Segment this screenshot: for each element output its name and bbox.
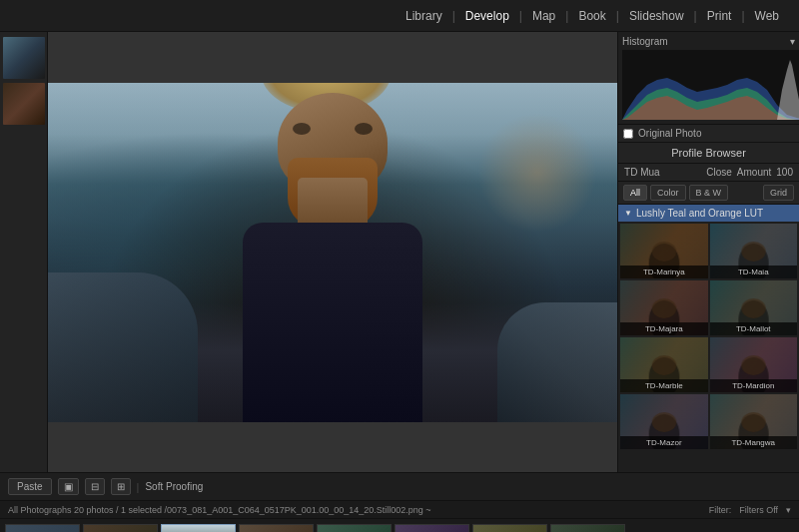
profile-item-2[interactable]: TD-Maia	[710, 224, 797, 278]
profile-item-3[interactable]: TD-Majara	[620, 280, 707, 335]
grid-view-icon: ⊞	[117, 481, 125, 492]
figure-overlay	[183, 103, 482, 422]
nav-menu: Library | Develop | Map | Book | Slidesh…	[396, 5, 789, 27]
filter-dropdown-icon[interactable]: ▾	[786, 505, 791, 515]
top-navigation-bar: Library | Develop | Map | Book | Slidesh…	[0, 0, 799, 32]
compare-icon: ⊟	[91, 481, 99, 492]
amount-value: 100	[776, 167, 793, 178]
profile-label-8: TD-Mangwa	[710, 436, 797, 449]
soft-proofing-label: Soft Proofing	[145, 481, 203, 492]
profile-label-1: TD-Marinya	[620, 266, 707, 278]
eye-left	[293, 123, 311, 135]
bottom-toolbar: Paste ▣ ⊟ ⊞ | Soft Proofing	[0, 472, 799, 500]
profile-label-6: TD-Mardion	[710, 379, 797, 392]
profile-item-1[interactable]: TD-Marinya	[620, 224, 707, 278]
filter-label: Filter:	[709, 505, 732, 515]
group-arrow-icon: ▼	[624, 209, 632, 218]
left-thumbnail-1[interactable]	[3, 37, 45, 79]
nav-library[interactable]: Library	[396, 5, 452, 27]
profile-tabs-row: All Color B & W Grid	[618, 182, 799, 205]
filmstrip-thumb-1[interactable]	[5, 524, 80, 533]
profile-group-label: Lushly Teal and Orange LUT	[636, 208, 763, 219]
center-photo-area	[48, 32, 617, 472]
td-mua-label: TD Mua	[624, 167, 660, 178]
nav-develop[interactable]: Develop	[455, 5, 519, 27]
profiles-section: ▼ Lushly Teal and Orange LUT TD-Marinya …	[618, 205, 799, 472]
nav-book[interactable]: Book	[568, 5, 615, 27]
status-bar: All Photographs 20 photos / 1 selected /…	[0, 500, 799, 518]
profile-browser-header: Profile Browser	[618, 143, 799, 164]
nav-print[interactable]: Print	[697, 5, 742, 27]
tab-all[interactable]: All	[623, 185, 647, 201]
profile-group-header[interactable]: ▼ Lushly Teal and Orange LUT	[618, 205, 799, 222]
nav-slideshow[interactable]: Slideshow	[619, 5, 694, 27]
left-thumbnail-2[interactable]	[3, 83, 45, 125]
main-layout: Histogram ▾ Original Photo	[0, 32, 799, 472]
filmstrip-thumb-2[interactable]	[83, 524, 158, 533]
original-photo-label: Original Photo	[638, 128, 701, 139]
profile-item-4[interactable]: TD-Mallot	[710, 280, 797, 335]
amount-label: Amount	[737, 167, 771, 178]
profile-label-3: TD-Majara	[620, 322, 707, 335]
figure-body	[243, 223, 422, 422]
tab-color[interactable]: Color	[650, 185, 686, 201]
histogram-canvas	[622, 50, 799, 120]
profile-item-6[interactable]: TD-Mardion	[710, 337, 797, 392]
profile-label-4: TD-Mallot	[710, 322, 797, 335]
histogram-svg	[622, 50, 799, 120]
status-left-text: All Photographs 20 photos / 1 selected /…	[8, 505, 431, 515]
view-icon-button[interactable]: ▣	[58, 478, 79, 495]
eye-right	[355, 123, 373, 135]
rocks-left	[48, 272, 198, 422]
histogram-header: Histogram ▾	[622, 36, 795, 47]
profile-label-7: TD-Mazor	[620, 436, 707, 449]
profile-item-8[interactable]: TD-Mangwa	[710, 394, 797, 449]
view-square-icon: ▣	[64, 481, 73, 492]
filmstrip-thumb-5[interactable]	[317, 524, 392, 533]
tab-bw[interactable]: B & W	[689, 185, 729, 201]
main-photo-display[interactable]	[48, 83, 617, 422]
filmstrip-thumb-6[interactable]	[395, 524, 469, 533]
histogram-label: Histogram	[622, 36, 668, 47]
td-mua-controls: Close Amount 100	[706, 167, 793, 178]
histogram-menu-icon[interactable]: ▾	[790, 36, 795, 47]
nav-map[interactable]: Map	[522, 5, 565, 27]
original-photo-row: Original Photo	[618, 125, 799, 143]
close-button[interactable]: Close	[706, 167, 732, 178]
right-panel: Histogram ▾ Original Photo	[617, 32, 799, 472]
status-right: Filter: Filters Off ▾	[709, 505, 791, 515]
filters-off-label[interactable]: Filters Off	[739, 505, 778, 515]
td-mua-row: TD Mua Close Amount 100	[618, 164, 799, 182]
profile-label-2: TD-Maia	[710, 266, 797, 278]
paste-button[interactable]: Paste	[8, 478, 52, 495]
rocks-right	[497, 302, 617, 422]
profile-label-5: TD-Marble	[620, 379, 707, 392]
filmstrip-thumb-7[interactable]	[472, 524, 547, 533]
profile-grid: TD-Marinya TD-Maia TD-Majara TD-Mallot T…	[618, 222, 799, 451]
profile-browser-label: Profile Browser	[671, 147, 746, 159]
filmstrip-thumb-4[interactable]	[239, 524, 314, 533]
original-photo-checkbox[interactable]	[623, 129, 633, 139]
histogram-section: Histogram ▾	[618, 32, 799, 125]
compare-icon-button[interactable]: ⊟	[85, 478, 105, 495]
cliff-highlight	[477, 113, 597, 233]
figure-neck	[298, 178, 368, 228]
left-panel	[0, 32, 48, 472]
profile-item-5[interactable]: TD-Marble	[620, 337, 707, 392]
grid-icon-button[interactable]: ⊞	[111, 478, 131, 495]
profile-item-7[interactable]: TD-Mazor	[620, 394, 707, 449]
filmstrip-thumb-8[interactable]	[550, 524, 625, 533]
nav-web[interactable]: Web	[745, 5, 789, 27]
tab-grid[interactable]: Grid	[763, 185, 794, 201]
toolbar-separator: |	[137, 481, 140, 493]
filmstrip	[0, 518, 799, 532]
filmstrip-thumb-3[interactable]	[161, 524, 236, 533]
